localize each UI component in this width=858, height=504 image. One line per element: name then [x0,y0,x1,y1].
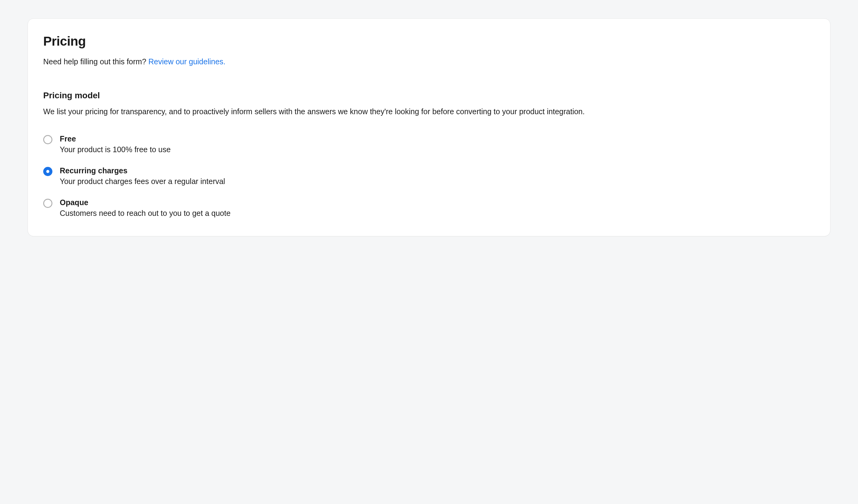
radio-label: Recurring charges [60,166,225,175]
pricing-card: Pricing Need help filling out this form?… [28,18,830,237]
section-title-pricing-model: Pricing model [43,91,815,100]
radio-content: Recurring charges Your product charges f… [60,166,225,186]
page-title: Pricing [43,34,815,49]
radio-option-recurring-charges[interactable]: Recurring charges Your product charges f… [43,166,815,186]
radio-description: Your product charges fees over a regular… [60,177,225,186]
radio-option-free[interactable]: Free Your product is 100% free to use [43,134,815,154]
pricing-model-radio-group: Free Your product is 100% free to use Re… [43,134,815,218]
radio-label: Free [60,134,171,143]
radio-icon [43,135,52,144]
radio-option-opaque[interactable]: Opaque Customers need to reach out to yo… [43,198,815,218]
radio-content: Free Your product is 100% free to use [60,134,171,154]
radio-icon [43,167,52,176]
help-text: Need help filling out this form? Review … [43,57,815,66]
radio-description: Your product is 100% free to use [60,145,171,154]
radio-label: Opaque [60,198,231,207]
radio-description: Customers need to reach out to you to ge… [60,209,231,218]
help-text-prefix: Need help filling out this form? [43,57,148,66]
section-description: We list your pricing for transparency, a… [43,106,815,118]
radio-content: Opaque Customers need to reach out to yo… [60,198,231,218]
radio-icon [43,199,52,208]
review-guidelines-link[interactable]: Review our guidelines. [148,57,225,66]
